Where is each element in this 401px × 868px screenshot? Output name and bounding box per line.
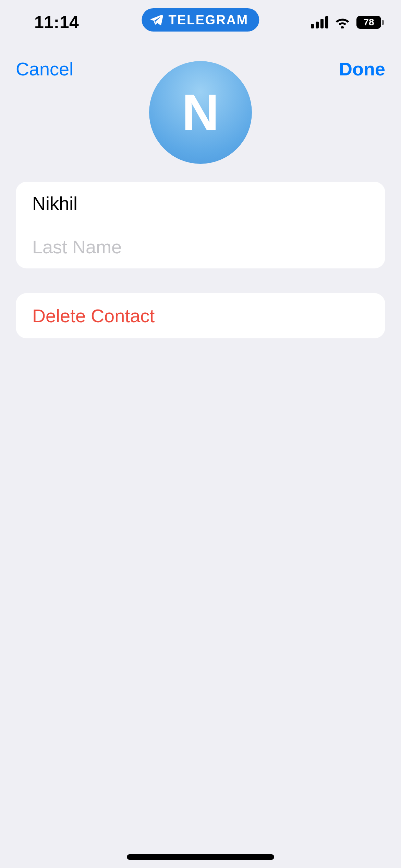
cellular-icon [311,16,328,28]
name-card [16,182,385,268]
avatar[interactable]: N [149,61,252,164]
battery-icon: 78 [356,16,384,29]
last-name-row [16,225,385,268]
battery-level: 78 [363,17,374,28]
first-name-field[interactable] [32,193,369,214]
last-name-field[interactable] [32,236,369,257]
status-right: 78 [311,16,384,29]
done-button[interactable]: Done [339,58,385,80]
status-bar: 11:14 TELEGRAM 78 [0,0,401,45]
avatar-initial: N [182,83,219,142]
content: Delete Contact [16,182,385,338]
cancel-button[interactable]: Cancel [16,58,73,80]
avatar-container: N [149,61,252,164]
first-name-row [16,182,385,225]
wifi-icon [335,16,350,28]
return-to-app-pill[interactable]: TELEGRAM [142,8,259,32]
telegram-icon [149,13,163,27]
delete-card: Delete Contact [16,293,385,338]
status-time: 11:14 [34,12,79,32]
delete-contact-button[interactable]: Delete Contact [32,305,369,326]
home-indicator[interactable] [127,854,274,860]
return-to-app-label: TELEGRAM [168,13,248,27]
